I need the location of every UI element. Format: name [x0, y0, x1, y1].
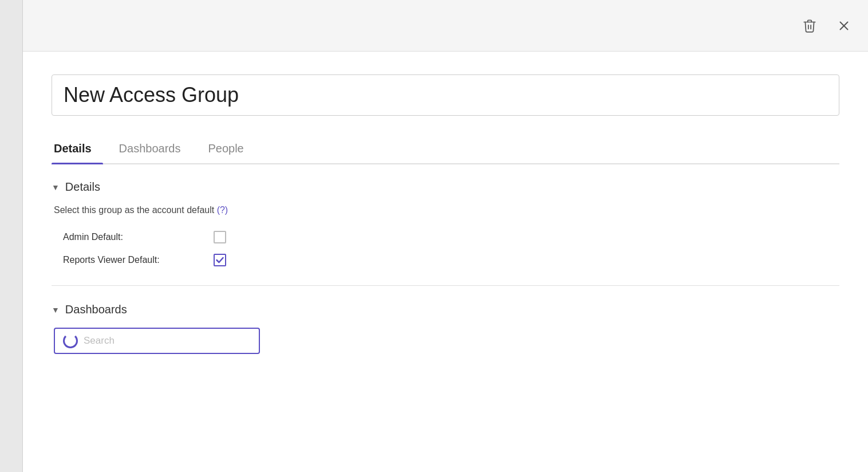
details-chevron-icon: ▼: [52, 183, 60, 192]
delete-button[interactable]: [797, 13, 822, 38]
content-area: Details Dashboards People ▼ Details: [23, 52, 868, 472]
main-panel: Details Dashboards People ▼ Details: [23, 0, 868, 472]
tab-details[interactable]: Details: [52, 136, 103, 163]
help-link[interactable]: (?): [217, 205, 228, 215]
details-section-title: Details: [65, 180, 100, 194]
reports-viewer-default-label: Reports Viewer Default:: [63, 255, 212, 265]
dashboards-section: ▼ Dashboards: [52, 303, 839, 354]
dashboards-search-input[interactable]: [84, 335, 251, 347]
search-spinner: [63, 333, 78, 348]
tabs-bar: Details Dashboards People: [52, 136, 839, 164]
dashboards-section-header[interactable]: ▼ Dashboards: [52, 303, 839, 316]
sections-container: ▼ Details Select this group as the accou…: [52, 180, 839, 354]
details-section-header[interactable]: ▼ Details: [52, 180, 839, 194]
group-name-input[interactable]: [52, 74, 839, 116]
reports-viewer-default-checkbox[interactable]: [212, 252, 228, 268]
admin-default-checkbox[interactable]: [212, 229, 228, 245]
tab-dashboards[interactable]: Dashboards: [117, 136, 192, 163]
section-divider: [52, 285, 839, 286]
admin-default-row: Admin Default:: [63, 229, 839, 245]
close-button[interactable]: [831, 13, 857, 38]
tab-people[interactable]: People: [206, 136, 255, 163]
admin-default-label: Admin Default:: [63, 232, 212, 242]
details-section: ▼ Details Select this group as the accou…: [52, 180, 839, 268]
left-sidebar: [0, 0, 23, 472]
dashboards-search-bar: [54, 328, 260, 354]
dashboards-chevron-icon: ▼: [52, 305, 60, 314]
reports-viewer-default-checkbox-checked[interactable]: [214, 254, 226, 266]
reports-viewer-default-row: Reports Viewer Default:: [63, 252, 839, 268]
details-description: Select this group as the account default…: [54, 205, 839, 215]
top-toolbar: [23, 0, 868, 52]
admin-default-checkbox-unchecked[interactable]: [214, 231, 226, 243]
dashboards-section-title: Dashboards: [65, 303, 127, 316]
